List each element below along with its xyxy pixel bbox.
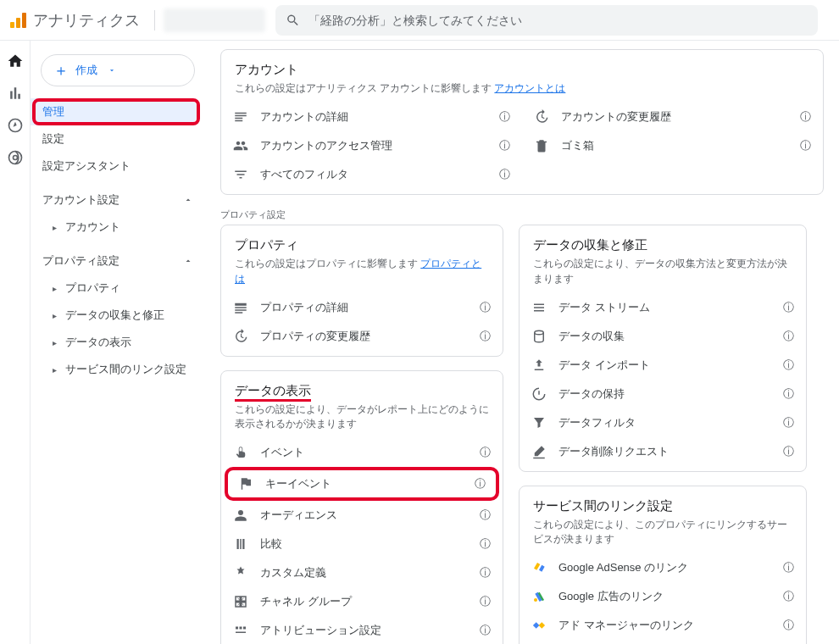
- help-icon[interactable]: ⓘ: [480, 508, 491, 523]
- chevron-up-icon: [183, 195, 193, 205]
- row-channel-groups[interactable]: チャネル グループⓘ: [221, 587, 503, 616]
- help-icon[interactable]: ⓘ: [783, 300, 794, 315]
- help-icon[interactable]: ⓘ: [800, 138, 811, 153]
- help-icon[interactable]: ⓘ: [480, 329, 491, 344]
- row-account-history[interactable]: アカウントの変更履歴ⓘ: [522, 103, 823, 131]
- section-label: プロパティ設定: [205, 203, 839, 225]
- logo-area: アナリティクス: [10, 10, 146, 31]
- svg-point-1: [8, 152, 21, 164]
- help-icon[interactable]: ⓘ: [783, 329, 794, 344]
- app-header: アナリティクス: [0, 0, 839, 41]
- chevron-down-icon: [108, 66, 116, 75]
- help-icon[interactable]: ⓘ: [480, 300, 491, 315]
- row-account-details[interactable]: アカウントの詳細ⓘ: [221, 103, 522, 131]
- row-attribution[interactable]: アトリビューション設定ⓘ: [221, 616, 503, 644]
- people-icon: [233, 138, 248, 153]
- rail-home-icon[interactable]: [7, 53, 24, 69]
- sidebar-item-property[interactable]: ▸プロパティ: [31, 275, 205, 302]
- admanager-icon: [531, 619, 547, 632]
- property-selector-redacted[interactable]: [164, 8, 265, 32]
- rail-reports-icon[interactable]: [7, 85, 24, 102]
- search-box[interactable]: [275, 5, 818, 36]
- row-compare[interactable]: 比較ⓘ: [221, 530, 503, 558]
- help-icon[interactable]: ⓘ: [783, 560, 794, 575]
- search-input[interactable]: [308, 14, 808, 27]
- help-icon[interactable]: ⓘ: [499, 167, 510, 182]
- row-account-access[interactable]: アカウントのアクセス管理ⓘ: [221, 131, 522, 160]
- account-learn-link[interactable]: アカウントとは: [494, 83, 565, 93]
- rail-explore-icon[interactable]: [7, 117, 24, 134]
- help-icon[interactable]: ⓘ: [480, 594, 491, 609]
- row-data-collect[interactable]: データの収集ⓘ: [520, 322, 806, 351]
- custom-icon: [233, 565, 248, 580]
- row-property-history[interactable]: プロパティの変更履歴ⓘ: [221, 322, 503, 351]
- sidebar-item-account[interactable]: ▸アカウント: [31, 214, 205, 241]
- card-title: プロパティ: [221, 237, 503, 257]
- row-data-streams[interactable]: データ ストリームⓘ: [520, 293, 806, 322]
- rail-advertising-icon[interactable]: [7, 149, 24, 166]
- help-icon[interactable]: ⓘ: [499, 138, 510, 153]
- touch-icon: [233, 445, 248, 460]
- history-icon: [534, 109, 549, 125]
- svg-point-4: [534, 598, 537, 602]
- divider: [154, 10, 155, 31]
- sidebar-section-property[interactable]: プロパティ設定: [31, 247, 205, 275]
- row-audiences[interactable]: オーディエンスⓘ: [221, 501, 503, 530]
- card-desc: これらの設定により、データの収集方法と変更方法が決まります: [520, 257, 806, 293]
- row-bigquery-link[interactable]: BigQuery のリンクⓘ: [520, 640, 806, 644]
- help-icon[interactable]: ⓘ: [480, 623, 491, 638]
- help-icon[interactable]: ⓘ: [783, 386, 794, 402]
- create-label: 作成: [75, 63, 97, 78]
- help-icon[interactable]: ⓘ: [480, 445, 491, 460]
- attribution-icon: [233, 623, 248, 638]
- row-data-filter[interactable]: データフィルタⓘ: [520, 408, 806, 437]
- help-icon[interactable]: ⓘ: [783, 589, 794, 604]
- create-button[interactable]: ＋ 作成: [41, 54, 195, 86]
- nav-rail: [0, 41, 31, 644]
- row-data-retention[interactable]: データの保持ⓘ: [520, 380, 806, 408]
- compare-icon: [233, 536, 248, 552]
- row-custom-def[interactable]: カスタム定義ⓘ: [221, 558, 503, 587]
- card-desc: これらの設定はプロパティに影響します プロパティとは: [221, 257, 503, 293]
- help-icon[interactable]: ⓘ: [499, 109, 510, 125]
- help-icon[interactable]: ⓘ: [783, 444, 794, 459]
- chevron-up-icon: [183, 256, 193, 266]
- row-property-details[interactable]: プロパティの詳細ⓘ: [221, 293, 503, 322]
- row-google-ads-link[interactable]: Google 広告のリンクⓘ: [520, 582, 806, 611]
- trash-icon: [534, 138, 549, 153]
- analytics-logo-icon: [10, 13, 26, 28]
- side-panel: ＋ 作成 管理 設定 設定アシスタント アカウント設定 ▸アカウント プロパティ…: [31, 41, 205, 644]
- row-admanager-link[interactable]: アド マネージャーのリンクⓘ: [520, 611, 806, 640]
- help-icon[interactable]: ⓘ: [480, 536, 491, 552]
- data-display-card: データの表示 これらの設定により、データがレポート上にどのように表示されるかが決…: [220, 370, 503, 644]
- sidebar-item-data-display[interactable]: ▸データの表示: [31, 329, 205, 356]
- row-data-import[interactable]: データ インポートⓘ: [520, 351, 806, 380]
- help-icon[interactable]: ⓘ: [475, 476, 486, 491]
- channel-icon: [233, 594, 248, 609]
- caret-right-icon: ▸: [53, 223, 57, 232]
- row-events[interactable]: イベントⓘ: [221, 438, 503, 467]
- sidebar-item-admin[interactable]: 管理: [31, 98, 198, 125]
- caret-right-icon: ▸: [53, 311, 57, 320]
- sidebar-item-setup-assistant[interactable]: 設定アシスタント: [31, 153, 205, 180]
- main-content: アカウント これらの設定はアナリティクス アカウントに影響します アカウントとは…: [205, 41, 839, 644]
- row-data-deletion[interactable]: データ削除リクエストⓘ: [520, 437, 806, 466]
- row-all-filters[interactable]: すべてのフィルタⓘ: [221, 160, 522, 189]
- row-trash[interactable]: ゴミ箱ⓘ: [522, 131, 823, 160]
- help-icon[interactable]: ⓘ: [783, 618, 794, 633]
- row-adsense-link[interactable]: Google AdSense のリンクⓘ: [520, 553, 806, 582]
- data-collection-card: データの収集と修正 これらの設定により、データの収集方法と変更方法が決まります …: [519, 225, 807, 472]
- sidebar-item-data-collection[interactable]: ▸データの収集と修正: [31, 302, 205, 329]
- help-icon[interactable]: ⓘ: [800, 109, 811, 125]
- help-icon[interactable]: ⓘ: [480, 565, 491, 580]
- links-card: サービス間のリンク設定 これらの設定により、このプロパティにリンクするサービスが…: [519, 486, 807, 644]
- svg-point-3: [535, 330, 544, 335]
- row-key-events[interactable]: キーイベントⓘ: [225, 467, 499, 501]
- help-icon[interactable]: ⓘ: [783, 415, 794, 430]
- help-icon[interactable]: ⓘ: [783, 358, 794, 373]
- flag-icon: [238, 476, 253, 491]
- sidebar-section-account[interactable]: アカウント設定: [31, 186, 205, 214]
- sidebar-item-settings[interactable]: 設定: [31, 125, 205, 153]
- caret-right-icon: ▸: [53, 284, 57, 293]
- sidebar-item-links[interactable]: ▸サービス間のリンク設定: [31, 356, 205, 383]
